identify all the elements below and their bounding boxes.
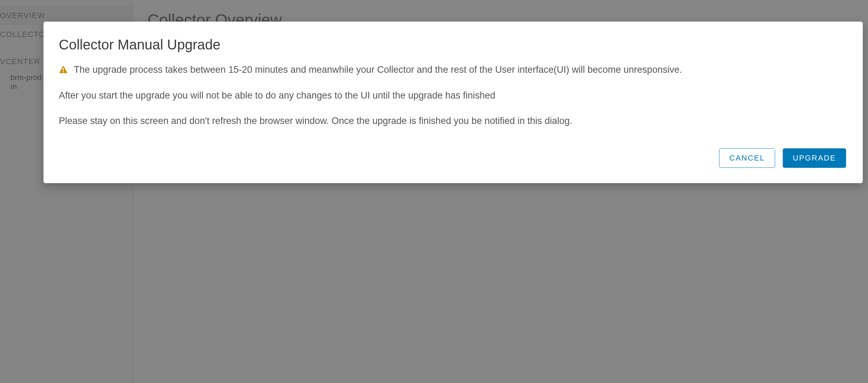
svg-rect-0 <box>63 68 64 71</box>
modal-body: The upgrade process takes between 15-20 … <box>59 63 846 127</box>
modal-warning-text: The upgrade process takes between 15-20 … <box>74 64 682 75</box>
upgrade-button[interactable]: UPGRADE <box>783 148 846 168</box>
svg-point-1 <box>63 71 64 72</box>
cancel-button[interactable]: CANCEL <box>719 148 775 168</box>
upgrade-modal: Collector Manual Upgrade The upgrade pro… <box>43 22 863 183</box>
warning-icon <box>59 64 68 77</box>
modal-paragraph-2: After you start the upgrade you will not… <box>59 89 846 102</box>
modal-footer: CANCEL UPGRADE <box>59 148 846 168</box>
modal-paragraph-3: Please stay on this screen and don't ref… <box>59 114 846 127</box>
modal-backdrop: Collector Manual Upgrade The upgrade pro… <box>0 0 868 383</box>
modal-title: Collector Manual Upgrade <box>59 37 846 53</box>
